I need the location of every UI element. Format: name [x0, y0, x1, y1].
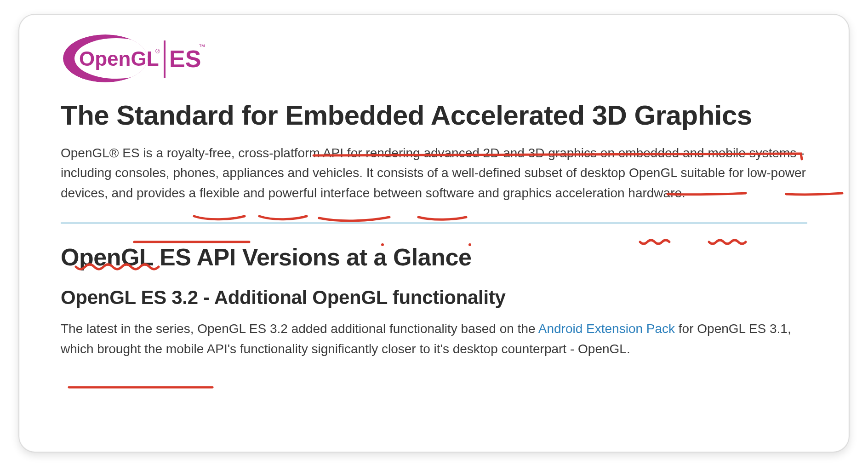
underline-consoles — [194, 216, 245, 219]
page-title: The Standard for Embedded Accelerated 3D… — [61, 99, 807, 131]
body-paragraph: The latest in the series, OpenGL ES 3.2 … — [61, 319, 807, 359]
subsection-heading: OpenGL ES 3.2 - Additional OpenGL functi… — [61, 287, 807, 309]
logo-text-es: ES — [169, 46, 201, 72]
title-pre: The Standard for — [61, 100, 285, 131]
logo-registered: ® — [155, 48, 160, 55]
subsection-emph: OpenGL ES 3.2 — [61, 287, 198, 308]
intro-paragraph: OpenGL® ES is a royalty-free, cross-plat… — [61, 143, 807, 203]
underline-appliances — [319, 217, 389, 221]
underline-phones — [259, 216, 307, 219]
subsection-rest: - Additional OpenGL functionality — [198, 287, 506, 308]
word-phones: phones — [173, 166, 215, 180]
word-vehicles: vehicles — [313, 166, 359, 180]
word-acceleration-hardware: acceleration hardware — [555, 186, 682, 200]
word-appliances: appliances — [223, 166, 284, 180]
word-mobile: mobile — [708, 146, 745, 160]
word-software: software — [426, 186, 474, 200]
divider — [61, 222, 807, 224]
underline-vehicles — [418, 217, 466, 219]
section-heading: OpenGL ES API Versions at a Glance — [61, 243, 807, 271]
word-graphics: graphics — [503, 186, 552, 200]
android-extension-pack-link[interactable]: Android Extension Pack — [538, 322, 675, 336]
title-emph: Embedded Accelerated 3D Graphics — [285, 100, 752, 131]
logo-divider — [164, 40, 166, 78]
document-card: OpenGL ® ES ™ The Standard for Embedded … — [18, 14, 850, 453]
word-consoles: consoles — [115, 166, 166, 180]
logo-tm: ™ — [199, 43, 205, 50]
logo-text-opengl: OpenGL — [79, 47, 159, 70]
opengl-es-logo: OpenGL ® ES ™ — [62, 31, 807, 87]
word-embedded: embedded — [618, 146, 679, 160]
